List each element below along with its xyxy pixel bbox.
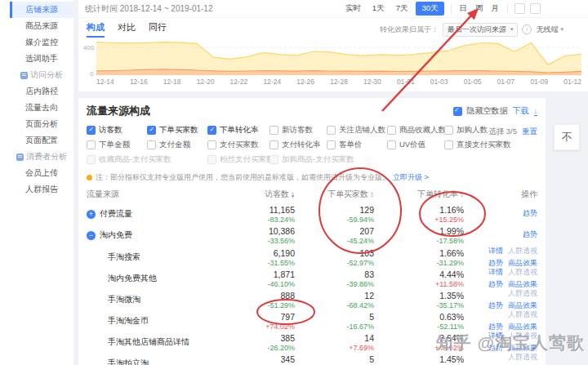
x-tick: 12-14	[96, 78, 114, 86]
granularity-month-button[interactable]: 月	[490, 2, 501, 16]
table-row: 手淘拍立淘 345-40.11% 5-16.67% 1.45%+39.61% 人…	[78, 352, 546, 365]
action-link[interactable]: 详情	[488, 331, 503, 341]
upgrade-notice: 注：部分指标仅支持专业版用户使用，您当前使用的是标准版，如需使用请升级为专业版。…	[78, 170, 546, 185]
floating-feedback-tag[interactable]: 不	[554, 124, 580, 150]
attribution-label: 转化效果归属于：	[380, 24, 439, 35]
conversion-value: 1.16%	[374, 205, 464, 215]
reset-link[interactable]: 重置	[522, 127, 537, 136]
metric-item[interactable]: 下单金额	[87, 140, 147, 150]
expand-icon[interactable]: +	[87, 210, 96, 219]
terminal-select[interactable]: 无线端 ▾	[536, 24, 564, 35]
action-link[interactable]: 人群透视	[508, 331, 537, 341]
metric-item[interactable]: 商品收藏人数	[387, 125, 444, 136]
checkbox-icon	[87, 140, 96, 149]
sidebar-section-visit-analysis[interactable]: 访问分析	[10, 67, 74, 83]
action-link[interactable]: 人群透视	[508, 267, 537, 278]
checkbox-icon	[207, 155, 216, 164]
range-realtime-button[interactable]: 实时	[342, 2, 364, 16]
source-name: 手淘搜索	[108, 251, 140, 263]
visitors-change: -51.29%	[209, 301, 295, 309]
sidebar-item-label: 人群报告	[25, 184, 58, 195]
visitors-change: -33.56%	[209, 237, 295, 245]
conversion-change: -52.11%	[374, 323, 464, 331]
sidebar-item-member-upload[interactable]: 会员上传	[10, 165, 74, 181]
source-name: 手淘拍立淘	[108, 358, 149, 365]
download-icon[interactable]: ↓	[534, 107, 538, 116]
action-link[interactable]: 人群透视	[508, 288, 537, 299]
sidebar-item-instore-path[interactable]: 店内路径	[10, 83, 74, 100]
sidebar-item-product-source[interactable]: 商品来源	[10, 18, 74, 34]
sidebar-item-shop-source[interactable]: 店铺来源	[10, 2, 74, 18]
action-link[interactable]: 人群透视	[508, 352, 537, 363]
sidebar-item-keyword-helper[interactable]: 选词助手	[10, 51, 74, 67]
doc-icon	[16, 154, 24, 161]
sidebar-item-page-config[interactable]: 页面配置	[10, 132, 74, 149]
granularity-day-button[interactable]: 日	[458, 2, 470, 16]
metric-item[interactable]: 粉丝支付买家数	[207, 154, 270, 165]
metric-item[interactable]: 支付金额	[147, 140, 207, 150]
metric-item[interactable]: 客单价	[327, 140, 387, 150]
action-link[interactable]: 人群透视	[508, 246, 537, 256]
col-buyers[interactable]: 下单买家数▲▼	[295, 189, 374, 200]
checkbox-icon	[444, 140, 453, 149]
checkbox-icon	[270, 155, 278, 164]
trend-card: 统计时间 2018-12-14 ~ 2019-01-12 实时 1天 7天 30…	[78, 0, 588, 91]
granularity-week-button[interactable]: 周	[474, 2, 485, 16]
attribution-select[interactable]: 最后一次访问来源 ▾	[443, 23, 519, 37]
upgrade-link[interactable]: 立即升级 >	[393, 172, 429, 183]
range-1day-button[interactable]: 1天	[369, 2, 388, 16]
tab-composition[interactable]: 构成	[87, 21, 105, 38]
source-name: 手淘微淘	[108, 294, 140, 305]
sidebar-item-media-monitor[interactable]: 媒介监控	[10, 34, 74, 51]
conversion-change: -17.58%	[374, 237, 464, 245]
metric-item[interactable]: 支付转化率	[270, 140, 327, 150]
range-7day-button[interactable]: 7天	[393, 2, 412, 16]
area-chart-canvas[interactable]	[96, 41, 581, 75]
conversion-value: 0.63%	[374, 312, 464, 322]
hide-empty-checkbox[interactable]	[453, 107, 462, 116]
action-link[interactable]: 趋势	[523, 208, 537, 219]
sidebar-section-consumer-analysis[interactable]: 消费者分析	[10, 149, 74, 165]
action-link[interactable]: 人群透视	[508, 309, 537, 320]
tab-peers[interactable]: 同行	[149, 21, 167, 38]
buyers-value: 12	[295, 291, 374, 300]
metric-item[interactable]: 加购商品-支付买家数	[270, 154, 387, 165]
sidebar-item-traffic-destination[interactable]: 流量去向	[10, 100, 74, 116]
action-link[interactable]: 详情	[488, 267, 503, 278]
download-link[interactable]: 下载	[513, 105, 529, 117]
metric-item[interactable]: UV价值	[387, 140, 444, 150]
sidebar-item-label: 会员上传	[25, 167, 58, 179]
x-tick: 12-20	[197, 78, 215, 86]
y-axis-tick: 400	[83, 44, 94, 51]
hide-empty-label: 隐藏空数据	[467, 105, 508, 117]
sidebar-item-label: 页面分析	[25, 118, 58, 130]
metric-item[interactable]: 收藏商品-支付买家数	[87, 154, 207, 165]
metric-item[interactable]: 关注店铺人数	[327, 125, 387, 136]
buyers-change: -45.24%	[295, 237, 374, 245]
info-icon[interactable]: i	[522, 24, 532, 34]
table-header: 流量来源 访客数▲▼ 下单买家数▲▼ 下单转化率▲▼ 操作	[78, 185, 546, 203]
sidebar-item-label: 店内路径	[25, 86, 58, 97]
col-conversion[interactable]: 下单转化率▲▼	[374, 189, 464, 200]
sidebar-item-audience-report[interactable]: 人群报告	[10, 181, 74, 198]
metric-item[interactable]: 下单买家数	[147, 125, 207, 136]
sidebar-item-page-analysis[interactable]: 页面分析	[10, 116, 74, 132]
metric-item[interactable]: 新访客数	[270, 125, 327, 136]
metric-item[interactable]: 下单转化率	[207, 125, 270, 136]
conversion-value: 3.64%	[374, 333, 464, 343]
calendar-icon[interactable]	[514, 3, 525, 14]
table-row: 手淘其他店铺商品详情 385-26.20% 14+7.69% 3.64%+45.…	[78, 331, 546, 352]
selection-info: 选择 3/5重置	[488, 127, 537, 137]
action-link[interactable]: 趋势	[523, 229, 537, 240]
metric-item[interactable]: 直接支付买家数	[444, 140, 523, 150]
metric-item[interactable]: 访客数	[87, 125, 147, 136]
range-30day-button[interactable]: 30天	[416, 2, 443, 16]
panel-header: 流量来源构成 隐藏空数据 下载 ↓	[78, 98, 546, 119]
action-link[interactable]: 详情	[488, 246, 503, 256]
metric-item[interactable]: 支付买家数	[207, 140, 270, 150]
table-row: +付费流量 11,165-83.24% 129-59.94% 1.16%+15.…	[78, 203, 546, 225]
settings-icon[interactable]	[530, 3, 541, 14]
expand-icon[interactable]: −	[87, 231, 96, 240]
col-visitors[interactable]: 访客数▲▼	[209, 189, 295, 200]
tab-compare[interactable]: 对比	[118, 21, 136, 38]
